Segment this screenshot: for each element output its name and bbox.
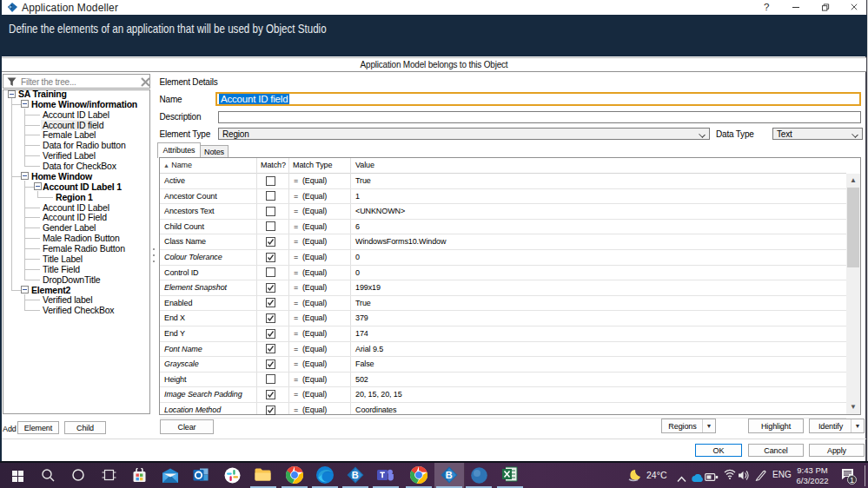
svg-text:B: B: [446, 470, 453, 480]
svg-text:B: B: [352, 470, 359, 480]
